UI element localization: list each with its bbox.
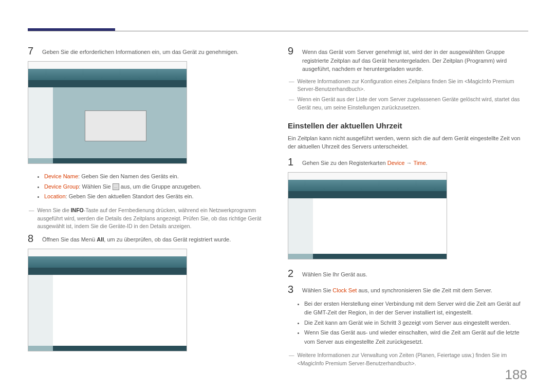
left-column: 7 Geben Sie die erforderlichen Informati… <box>28 45 268 370</box>
field-label: Device Group <box>44 183 79 190</box>
note-text: Wenn Sie die INFO-Taste auf der Fernbedi… <box>38 207 269 231</box>
section-heading: Einstellen der aktuellen Uhrzeit <box>288 121 528 130</box>
step-text: Wenn das Gerät vom Server genehmigt ist,… <box>302 45 528 73</box>
bullet-item: Wenn Sie das Gerät aus- und wieder einsc… <box>304 328 528 346</box>
screenshot-all-menu <box>28 249 187 351</box>
screenshot-device-time <box>288 172 447 259</box>
note-device-delete: ― Wenn ein Gerät aus der Liste der vom S… <box>288 96 528 112</box>
step-number: 9 <box>288 45 296 73</box>
step-number: 8 <box>28 233 36 245</box>
step-text: Öffnen Sie das Menü All, um zu überprüfe… <box>42 233 231 245</box>
step-3: 3 Wählen Sie Clock Set aus, und synchron… <box>288 284 528 295</box>
note-info-key: ― Wenn Sie die INFO-Taste auf der Fernbe… <box>28 207 268 231</box>
note-dash-icon: ― <box>29 207 34 231</box>
note-text: Wenn ein Gerät aus der Liste der vom Ser… <box>298 96 529 112</box>
step-text: Geben Sie die erforderlichen Information… <box>42 45 238 57</box>
header-divider <box>28 31 528 31</box>
bullet-item: Die Zeit kann am Gerät wie in Schritt 3 … <box>304 319 528 328</box>
screenshot-approve-dialog <box>28 61 187 164</box>
field-label: Device Name <box>44 173 78 179</box>
note-dash-icon: ― <box>289 78 294 94</box>
bullet-list-time: Bei der ersten Herstellung einer Verbind… <box>288 300 528 347</box>
bullet-item: Bei der ersten Herstellung einer Verbind… <box>304 300 528 318</box>
field-label: Location <box>44 193 66 199</box>
note-time-management: ― Weitere Informationen zur Verwaltung v… <box>288 351 528 368</box>
note-schedule-config: ― Weitere Informationen zur Konfiguratio… <box>288 78 528 94</box>
bullet-list-fields: Device Name: Geben Sie den Namen des Ger… <box>28 172 268 201</box>
bullet-location: Location: Geben Sie den aktuellen Stando… <box>44 192 268 201</box>
step-9: 9 Wenn das Gerät vom Server genehmigt is… <box>288 45 528 73</box>
field-text-before: : Wählen Sie <box>79 183 112 190</box>
step-2: 2 Wählen Sie Ihr Gerät aus. <box>288 268 528 279</box>
step-1: 1 Gehen Sie zu den Registerkarten Device… <box>288 156 528 168</box>
section-intro: Ein Zeitplan kann nicht ausgeführt werde… <box>288 134 528 151</box>
ellipsis-icon: ... <box>113 183 119 190</box>
step-number: 1 <box>288 156 296 168</box>
step-text: Wählen Sie Ihr Gerät aus. <box>302 268 367 279</box>
field-text: : Geben Sie den Namen des Geräts ein. <box>78 173 179 179</box>
step-8: 8 Öffnen Sie das Menü All, um zu überprü… <box>28 233 268 245</box>
note-text: Weitere Informationen zur Verwaltung von… <box>298 351 529 368</box>
note-dash-icon: ― <box>289 351 294 368</box>
step-number: 2 <box>288 268 296 279</box>
content-columns: 7 Geben Sie die erforderlichen Informati… <box>28 45 528 370</box>
note-text: Weitere Informationen zur Konfiguration … <box>298 78 529 94</box>
step-text: Wählen Sie Clock Set aus, und synchronis… <box>302 284 492 295</box>
field-text-after: aus, um die Gruppe anzugeben. <box>119 183 201 190</box>
note-dash-icon: ― <box>289 96 294 112</box>
step-text: Gehen Sie zu den Registerkarten Device →… <box>302 156 428 168</box>
step-number: 3 <box>288 284 296 295</box>
step-number: 7 <box>28 45 36 57</box>
right-column: 9 Wenn das Gerät vom Server genehmigt is… <box>288 45 528 370</box>
bullet-device-group: Device Group: Wählen Sie ... aus, um die… <box>44 182 268 192</box>
step-7: 7 Geben Sie die erforderlichen Informati… <box>28 45 268 57</box>
page-number: 188 <box>505 367 527 383</box>
bullet-device-name: Device Name: Geben Sie den Namen des Ger… <box>44 172 268 181</box>
field-text: : Geben Sie den aktuellen Standort des G… <box>66 193 194 199</box>
